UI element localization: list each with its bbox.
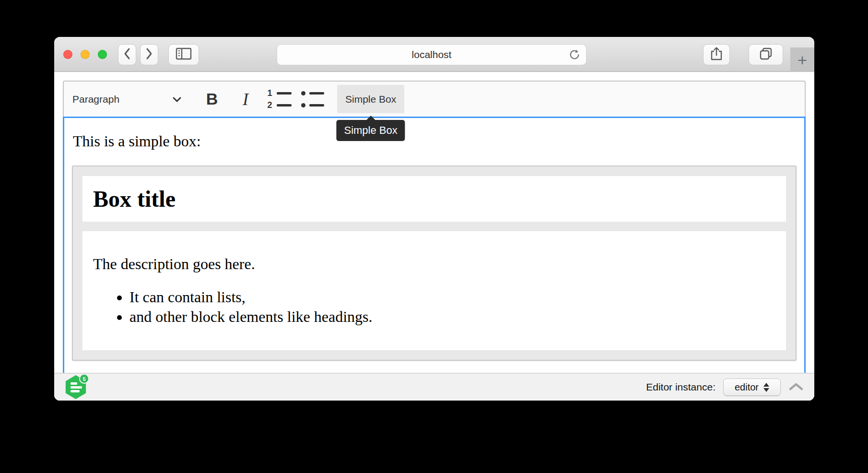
ckeditor-logo-icon: 5 (65, 375, 87, 399)
simple-box-widget[interactable]: Box title The description goes here. It … (72, 166, 797, 361)
address-bar-url: localhost (412, 49, 452, 60)
chevron-right-icon (145, 47, 153, 62)
bold-button[interactable]: B (198, 86, 226, 113)
sidebar-toggle-button[interactable] (168, 44, 199, 65)
list-item[interactable]: and other block elements like headings. (129, 307, 775, 327)
numbered-list-button[interactable]: 1 2 (265, 86, 293, 113)
italic-button[interactable]: I (232, 86, 259, 113)
reload-button[interactable] (568, 48, 581, 62)
editor-instance-select[interactable]: editor (723, 378, 781, 396)
bulleted-list-button[interactable] (299, 86, 327, 113)
list-item[interactable]: It can contain lists, (129, 287, 775, 307)
expand-inspector-button[interactable] (788, 382, 804, 393)
simple-box-button-label: Simple Box (345, 94, 396, 105)
box-description[interactable]: The description goes here. It can contai… (82, 231, 786, 350)
paragraph-style-dropdown[interactable]: Paragraph (71, 86, 187, 113)
editor-instance-value: editor (735, 382, 759, 393)
version-badge: 5 (79, 374, 89, 384)
plus-icon: + (798, 52, 807, 68)
reload-icon (568, 48, 581, 62)
editor-toolbar: Paragraph B I 1 2 (63, 81, 806, 117)
chevron-up-icon (788, 382, 804, 393)
share-button[interactable] (703, 44, 730, 65)
tabs-overview-icon (758, 46, 774, 63)
select-stepper-icon (763, 383, 769, 392)
bold-icon: B (206, 90, 218, 108)
description-paragraph: The description goes here. (93, 255, 775, 273)
close-window-button[interactable] (63, 50, 72, 59)
web-page: Paragraph B I 1 2 (54, 72, 814, 401)
intro-paragraph[interactable]: This is a simple box: (73, 132, 797, 150)
chevron-left-icon (123, 47, 131, 62)
back-button[interactable] (118, 44, 136, 65)
safari-window: localhost (54, 37, 814, 401)
ckeditor: Paragraph B I 1 2 (63, 81, 806, 373)
sidebar-icon (175, 47, 192, 63)
editor-instance-label: Editor instance: (646, 381, 716, 393)
paragraph-style-label: Paragraph (72, 94, 119, 105)
description-list: It can contain lists, and other block el… (93, 287, 775, 326)
new-tab-button[interactable]: + (790, 47, 814, 72)
numbered-list-icon: 1 2 (267, 89, 292, 109)
simple-box-tooltip: Simple Box (336, 120, 405, 141)
address-bar[interactable]: localhost (277, 44, 586, 65)
forward-button[interactable] (140, 44, 158, 65)
bulleted-list-icon (301, 89, 324, 109)
italic-icon: I (243, 89, 248, 109)
window-controls (63, 50, 107, 59)
chevron-down-icon (172, 94, 182, 105)
box-title[interactable]: Box title (82, 176, 786, 222)
minimize-window-button[interactable] (81, 50, 90, 59)
browser-toolbar: localhost (54, 37, 814, 72)
share-icon (710, 46, 723, 63)
editor-editable-area[interactable]: This is a simple box: Box title The desc… (63, 117, 806, 373)
zoom-window-button[interactable] (98, 50, 107, 59)
desktop-background: localhost (0, 0, 868, 473)
show-all-tabs-button[interactable] (749, 44, 783, 65)
inspector-status-bar: 5 Editor instance: editor (54, 373, 814, 401)
simple-box-button[interactable]: Simple Box Simple Box (337, 85, 404, 113)
